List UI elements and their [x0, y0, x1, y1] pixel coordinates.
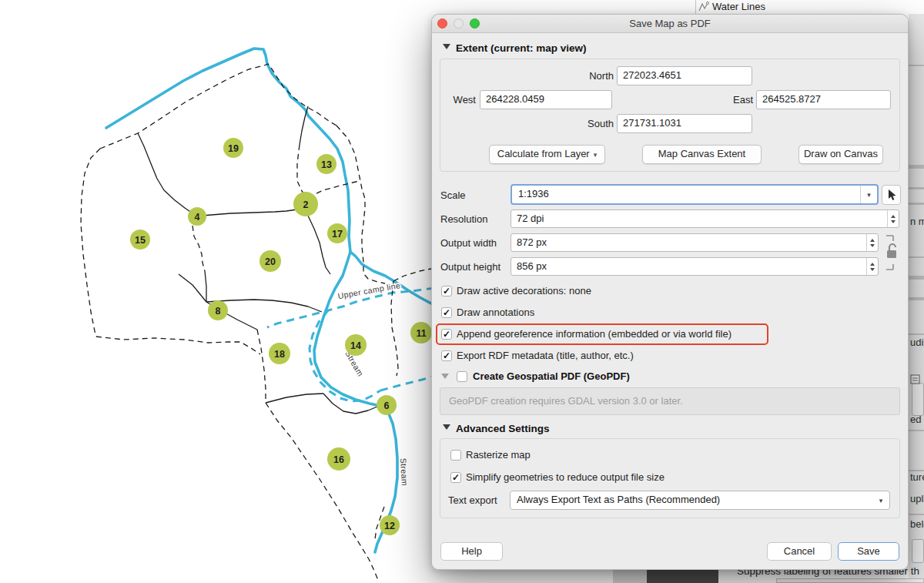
map-canvas-extent-button[interactable]: Map Canvas Extent: [642, 145, 762, 164]
map-marker-number: 4: [195, 212, 200, 223]
resolution-field[interactable]: 72 dpi: [511, 209, 899, 228]
calculate-from-layer-button[interactable]: Calculate from Layer▾: [489, 145, 605, 164]
dialog-title: Save Map as PDF: [432, 18, 908, 29]
output-width-spinner[interactable]: [866, 234, 878, 251]
background-text-fragment: ture: [910, 471, 924, 483]
draw-annotations-label: Draw annotations: [457, 307, 534, 318]
scale-combobox[interactable]: 1:1936 ▾: [511, 184, 879, 205]
south-label: South: [540, 118, 614, 129]
append-georeference-checkbox[interactable]: ✓: [441, 329, 452, 340]
set-scale-from-canvas-button[interactable]: [882, 185, 901, 205]
layer-panel-item[interactable]: Water Lines: [688, 0, 924, 15]
line-layer-icon: [698, 2, 710, 12]
advanced-collapse-icon[interactable]: [443, 424, 450, 430]
map-markers: 191324171520814111861612: [130, 138, 432, 535]
geopdf-collapse-icon[interactable]: [441, 374, 449, 379]
layer-label: Water Lines: [712, 1, 765, 12]
map-marker-number: 18: [274, 349, 285, 360]
text-export-value: Always Export Text as Paths (Recommended…: [517, 494, 720, 505]
geopdf-label[interactable]: Create Geospatial PDF (GeoPDF): [473, 370, 630, 382]
save-button[interactable]: Save: [838, 542, 899, 561]
background-field-fragment: [776, 578, 924, 583]
west-label: West: [440, 94, 476, 106]
south-field[interactable]: 271731.1031: [617, 114, 752, 133]
north-field[interactable]: 272023.4651: [617, 66, 752, 85]
rasterize-label: Rasterize map: [466, 449, 531, 461]
simplify-label: Simplify geometries to reduce output fil…: [466, 471, 665, 483]
rasterize-checkbox[interactable]: [450, 450, 461, 461]
help-button[interactable]: Help: [440, 542, 503, 561]
screen: Upper camp lineStreamStream 191324171520…: [0, 0, 924, 583]
resolution-label: Resolution: [440, 213, 487, 225]
text-export-label: Text export: [448, 494, 497, 506]
panel-divider: [695, 0, 696, 15]
draw-on-canvas-button[interactable]: Draw on Canvas: [798, 145, 883, 164]
draw-decorations-label: Draw active decorations: none: [457, 285, 591, 297]
map-marker-number: 8: [216, 306, 221, 317]
background-text-fragment: udin: [910, 337, 924, 348]
chevron-down-icon: ▾: [872, 491, 889, 509]
save-map-as-pdf-dialog: Save Map as PDF Extent (current: map vie…: [431, 14, 909, 570]
chevron-down-icon: ▾: [594, 151, 598, 159]
draw-annotations-checkbox[interactable]: ✓: [441, 307, 452, 318]
geopdf-note: GeoPDF creation requires GDAL version 3.…: [440, 387, 900, 415]
map-marker-number: 12: [384, 521, 395, 531]
scale-value: 1:1936: [518, 188, 549, 199]
map-marker-number: 19: [228, 143, 239, 154]
export-rdf-label: Export RDF metadata (title, author, etc.…: [457, 350, 634, 361]
output-height-spinner[interactable]: [866, 258, 878, 275]
text-export-dropdown[interactable]: Always Export Text as Paths (Recommended…: [510, 491, 890, 510]
geopdf-checkbox[interactable]: [457, 371, 467, 382]
advanced-header[interactable]: Advanced Settings: [456, 423, 550, 434]
map-text-label: Stream: [399, 457, 410, 486]
parcel-lines-dashed: [81, 64, 431, 580]
chevron-down-icon[interactable]: ▾: [860, 186, 877, 203]
form-icon-fragment: [910, 374, 921, 385]
append-georeference-label: Append georeference information (embedde…: [457, 328, 732, 340]
background-text-fragment: upli: [910, 493, 924, 504]
output-width-field[interactable]: 872 px: [511, 233, 879, 252]
map-marker-number: 16: [333, 454, 344, 465]
resolution-spinner[interactable]: [887, 210, 899, 227]
background-text-fragment: ed: [910, 414, 921, 425]
map-marker-number: 2: [303, 199, 309, 210]
output-height-field[interactable]: 856 px: [511, 257, 879, 276]
map-canvas[interactable]: Upper camp lineStreamStream 191324171520…: [0, 0, 462, 583]
map-marker-number: 17: [332, 229, 343, 240]
simplify-checkbox[interactable]: ✓: [450, 472, 461, 483]
map-marker-number: 15: [135, 235, 146, 246]
lock-aspect-ratio-icon[interactable]: [883, 233, 902, 272]
cancel-button[interactable]: Cancel: [767, 542, 832, 561]
north-label: North: [540, 70, 614, 82]
background-window-edge: n mudinedtureuplibele: [909, 14, 924, 583]
map-marker-number: 6: [384, 400, 390, 411]
background-text-fragment: n m: [910, 216, 924, 227]
map-marker-number: 11: [416, 328, 426, 339]
east-field[interactable]: 264525.8727: [756, 90, 891, 109]
output-height-label: Output height: [440, 261, 500, 273]
extent-header[interactable]: Extent (current: map view): [456, 42, 587, 54]
background-text-fragment: bele: [910, 518, 924, 530]
draw-decorations-checkbox[interactable]: ✓: [441, 286, 452, 297]
scale-label: Scale: [440, 189, 466, 201]
west-field[interactable]: 264228.0459: [480, 90, 612, 109]
map-marker-number: 14: [350, 340, 361, 351]
map-marker-number: 20: [265, 256, 276, 267]
map-marker-number: 13: [321, 159, 332, 170]
east-label: East: [701, 94, 753, 106]
extent-collapse-icon[interactable]: [443, 44, 450, 49]
dialog-titlebar[interactable]: Save Map as PDF: [432, 15, 908, 33]
output-width-label: Output width: [440, 237, 497, 249]
export-rdf-checkbox[interactable]: ✓: [441, 350, 452, 361]
cursor-icon: [886, 189, 898, 202]
